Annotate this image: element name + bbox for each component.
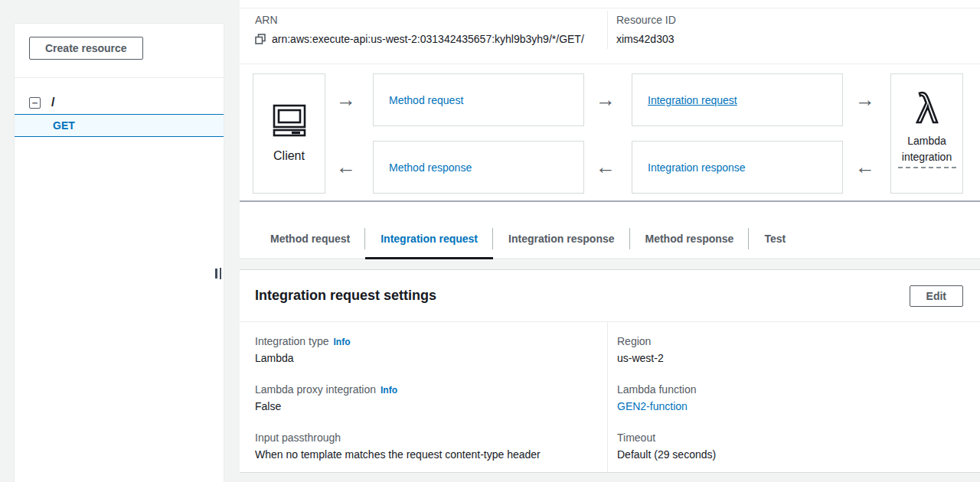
tab-method-request[interactable]: Method request: [255, 218, 365, 259]
panel-resize-handle[interactable]: [215, 268, 221, 279]
field-integration-type: Integration type Info Lambda: [255, 335, 592, 364]
lambda-proxy-info-link[interactable]: Info: [381, 385, 397, 396]
client-node: Client: [253, 73, 325, 194]
header-vertical-divider: [607, 11, 608, 49]
resource-tree-root[interactable]: − /: [15, 91, 224, 114]
get-method-label: GET: [53, 119, 75, 132]
integration-response-link[interactable]: Integration response: [648, 161, 746, 174]
arrow-left-icon: ←: [854, 155, 877, 178]
arrow-right-icon: →: [594, 88, 617, 111]
arn-block: ARN arn:aws:execute-api:us-west-2:031342…: [255, 14, 584, 45]
integration-type-label: Integration type: [255, 335, 329, 347]
settings-card-header: Integration request settings Edit: [240, 270, 980, 322]
header-top-divider: [240, 8, 980, 8]
lambda-function-link[interactable]: GEN2-function: [617, 400, 965, 412]
resource-id-value: xims42d303: [616, 33, 676, 45]
resize-bar-icon: [220, 268, 221, 279]
collapse-minus-icon[interactable]: −: [29, 97, 41, 109]
input-passthrough-label: Input passthrough: [255, 432, 341, 444]
sidebar-item-get-method[interactable]: GET: [15, 114, 224, 137]
field-region: Region us-west-2: [617, 335, 965, 364]
tooltip-dashed-underline: [898, 167, 956, 168]
tab-integration-request[interactable]: Integration request: [365, 218, 493, 259]
integration-type-info-link[interactable]: Info: [334, 337, 351, 347]
settings-right-column: Region us-west-2 Lambda function GEN2-fu…: [607, 322, 980, 472]
settings-card-body: Integration type Info Lambda Lambda prox…: [240, 322, 980, 472]
integration-type-value: Lambda: [255, 352, 592, 364]
integration-request-link[interactable]: Integration request: [648, 94, 737, 106]
field-lambda-proxy-integration: Lambda proxy integration Info False: [255, 383, 592, 412]
field-input-passthrough: Input passthrough When no template match…: [255, 432, 592, 461]
field-lambda-function: Lambda function GEN2-function: [617, 383, 965, 412]
lambda-function-label: Lambda function: [617, 383, 697, 396]
arn-value: arn:aws:execute-api:us-west-2:0313424356…: [272, 33, 584, 45]
tab-test[interactable]: Test: [749, 218, 801, 259]
method-response-node: Method response: [373, 141, 584, 194]
resize-bar-icon: [215, 269, 217, 278]
method-request-link[interactable]: Method request: [389, 94, 463, 106]
lambda-integration-label[interactable]: Lambda integration: [901, 133, 953, 165]
method-request-node: Method request: [373, 73, 584, 126]
copy-icon: [255, 34, 266, 44]
region-value: us-west-2: [617, 352, 965, 364]
input-passthrough-value: When no template matches the request con…: [255, 448, 592, 461]
arrow-left-icon: ←: [335, 155, 358, 178]
create-resource-button[interactable]: Create resource: [29, 37, 143, 60]
diagram-bottom-divider: [240, 200, 980, 202]
arrow-right-icon: →: [854, 88, 877, 111]
tab-integration-response[interactable]: Integration response: [493, 218, 629, 259]
arn-label: ARN: [255, 14, 584, 26]
resource-id-label: Resource ID: [616, 14, 676, 26]
lambda-proxy-integration-label: Lambda proxy integration: [255, 383, 376, 396]
api-gateway-console: Create resource − / GET ARN: [0, 0, 980, 482]
method-execution-card: ARN arn:aws:execute-api:us-west-2:031342…: [240, 0, 980, 260]
settings-left-column: Integration type Info Lambda Lambda prox…: [240, 322, 607, 472]
method-response-link[interactable]: Method response: [389, 161, 472, 174]
lambda-proxy-integration-value: False: [255, 400, 592, 412]
region-label: Region: [617, 335, 651, 347]
tab-method-response[interactable]: Method response: [630, 218, 750, 259]
resources-sidebar: Create resource − / GET: [14, 23, 224, 482]
integration-response-node: Integration response: [632, 141, 843, 194]
timeout-value: Default (29 seconds): [617, 448, 965, 461]
copy-arn-button[interactable]: [255, 34, 266, 44]
integration-request-node: Integration request: [632, 73, 843, 126]
client-monitor-icon: [271, 104, 308, 138]
edit-button[interactable]: Edit: [910, 285, 963, 307]
arrow-left-icon: ←: [594, 155, 617, 178]
arrow-right-icon: →: [335, 88, 358, 111]
diagram-top-divider: [240, 64, 980, 64]
field-timeout: Timeout Default (29 seconds): [617, 432, 965, 461]
client-label: Client: [273, 149, 305, 163]
integration-request-settings-card: Integration request settings Edit Integr…: [240, 269, 980, 473]
settings-title: Integration request settings: [255, 288, 436, 304]
resource-id-block: Resource ID xims42d303: [616, 14, 676, 45]
sidebar-divider: [15, 77, 224, 78]
resource-root-label: /: [51, 96, 54, 109]
svg-text:λ: λ: [916, 85, 937, 130]
method-tabs: Method request Integration request Integ…: [240, 203, 980, 259]
lambda-integration-node: λ Lambda integration: [890, 73, 963, 194]
lambda-icon: λ: [906, 84, 948, 130]
timeout-label: Timeout: [617, 432, 655, 444]
